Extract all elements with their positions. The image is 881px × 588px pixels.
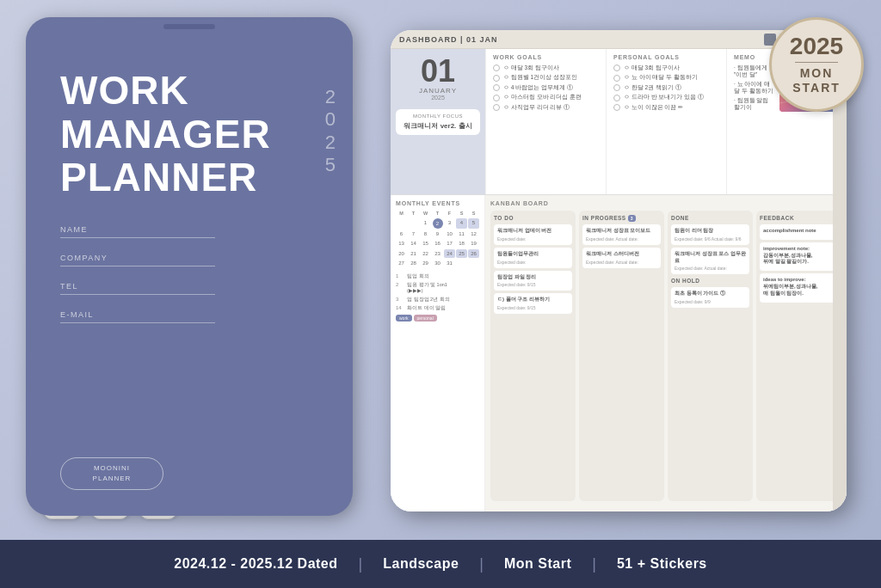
kanban-col-title-inprogress: IN PROGRESS3 xyxy=(582,215,661,221)
date-month: JANUARY xyxy=(419,87,457,95)
year-badge-divider xyxy=(795,62,838,63)
bottom-bar: 2024.12 - 2025.12 Dated | Landscape | Mo… xyxy=(0,540,881,588)
form-line xyxy=(60,237,215,238)
form-fields: NAME COMPANY TEL E-MAIL xyxy=(60,225,318,323)
goal-checkbox[interactable] xyxy=(613,75,620,82)
kanban-card: 워크매니저 성장표 모이보드 Expected date: Actual dat… xyxy=(582,224,661,245)
work-goals-title: WORK GOALS xyxy=(493,54,599,60)
goal-item: ㅇ 노이 이잖은 이끔 ✏ xyxy=(613,104,719,111)
event-row: 2 팀원 평가 및 1on1(▶▶▶) xyxy=(396,282,479,294)
kanban-col-title-feedback: FEEDBACK xyxy=(760,215,838,221)
kanban-card: accomplishment note xyxy=(760,224,838,240)
date-year: 2025 xyxy=(431,95,445,101)
monthly-events-title: MONTHLY EVENTS xyxy=(396,200,479,206)
event-rows: 1 팀업 회의 2 팀원 평가 및 1on1(▶▶▶) 3 업 팀장업 2년 회… xyxy=(396,273,479,312)
planner-title: WORK MANAGER PLANNER xyxy=(60,69,318,199)
date-panel: 01 JANUARY 2025 MONTHLY FOCUS 워크매니저 ver2… xyxy=(391,49,485,194)
kanban-col-title-done: DONE xyxy=(671,215,749,221)
calendar-section: MONTHLY EVENTS M T W T F S S 1 2 3 4 xyxy=(391,195,485,511)
field-name: NAME xyxy=(60,225,318,238)
event-row: 1 팀업 회의 xyxy=(396,273,479,279)
work-goals-panel: WORK GOALS ㅇ 매달 3회 팀구이사 ㅇ 팀원별 1건이상 성장포인 … xyxy=(485,49,606,194)
year-badge: 2025 MONSTART xyxy=(769,17,864,112)
event-row: 3 업 팀장업 2년 회의 xyxy=(396,297,479,303)
field-email: E-MAIL xyxy=(60,310,318,323)
goal-checkbox[interactable] xyxy=(493,104,500,111)
bottom-bar-landscape: Landscape xyxy=(383,556,459,572)
front-tablet: DASHBOARD | 01 JAN 01 JANUARY 2025 MONTH… xyxy=(391,30,847,511)
kanban-card: 워크매니저 성장표 포스 업무완료 Expected date: Actual … xyxy=(671,248,749,275)
goal-item: ㅇ 팀원별 1건이상 성장포인 xyxy=(493,74,599,81)
kanban-card: 팀원이 리더 팀장 Expected date: 9/6 Actual date… xyxy=(671,224,749,245)
goal-checkbox[interactable] xyxy=(613,95,620,101)
kanban-badge: 3 xyxy=(628,215,636,222)
kanban-col-done: DONE 팀원이 리더 팀장 Expected date: 9/6 Actual… xyxy=(668,211,753,501)
goal-item: ㅇ 한달 2권 책읽기 ① xyxy=(613,84,719,91)
kanban-col-title-onhold: ON HOLD xyxy=(671,278,749,284)
kanban-col-todo: TO DO 워크매니저 업데이 버전 Expected date: 팀원들이업무… xyxy=(490,211,576,501)
bottom-bar-dates: 2024.12 - 2025.12 Dated xyxy=(174,556,337,572)
goal-item: ㅇ 매달 3회 팀구이사 xyxy=(493,64,599,71)
kanban-section: KANBAN BOARD TO DO 워크매니저 업데이 버전 Expected… xyxy=(485,195,847,511)
goal-item: ㅇ 사직업무 리더 리뷰 ① xyxy=(493,104,599,111)
kanban-col-feedback: FEEDBACK accomplishment note improvement… xyxy=(756,211,841,501)
year-digit-2: 2 xyxy=(325,86,336,108)
goal-checkbox[interactable] xyxy=(613,104,620,111)
kanban-card-onhold: 최초 등록이 가이드 ① Expected date: 9/9 xyxy=(671,287,749,308)
kanban-card: 팀장업 파일 정리 Expected date: 9/15 xyxy=(494,271,572,291)
back-tablet: 2 0 2 5 WORK MANAGER PLANNER NAME COMPAN… xyxy=(26,17,353,516)
bottom-bar-mon-start: Mon Start xyxy=(504,556,571,572)
field-company: COMPANY xyxy=(60,254,318,266)
goal-checkbox[interactable] xyxy=(493,84,500,91)
cal-grid: 1 2 3 4 5 6 7 8 9 10 11 12 13 14 15 16 1 xyxy=(396,218,479,268)
planner-logo: MOONINIPLANNER xyxy=(60,457,163,490)
goal-item: ㅇ 4 바람없는 업무체계 ① xyxy=(493,84,599,91)
year-side: 2 0 2 5 xyxy=(325,86,336,177)
bottom-bar-stickers: 51 + Stickers xyxy=(617,556,707,572)
year-badge-year: 2025 xyxy=(790,34,843,58)
goal-checkbox[interactable] xyxy=(493,75,500,82)
kanban-card: 워크매니저 스터디버전 Expected date: Actual date: xyxy=(582,248,661,268)
kanban-card: 팀원들이업무관리 Expected date: xyxy=(494,248,572,268)
kanban-card: ideas to improve:뒤에팀이부분,성과나물,매 팀월이 팀장이. xyxy=(760,273,838,302)
kanban-card: 워크매니저 업데이 버전 Expected date: xyxy=(494,224,572,245)
field-tel: TEL xyxy=(60,282,318,295)
kanban-columns: TO DO 워크매니저 업데이 버전 Expected date: 팀원들이업무… xyxy=(490,211,841,501)
form-line xyxy=(60,266,215,266)
kanban-col-title-todo: TO DO xyxy=(494,215,572,221)
tag-personal: personal xyxy=(414,315,437,322)
year-digit-0: 0 xyxy=(325,108,336,131)
event-row: 14 화이트 데이 알림 xyxy=(396,305,479,311)
goal-checkbox[interactable] xyxy=(613,64,620,71)
kanban-card: ㄷ) 폴더 구조 리뷰하기 Expected date: 9/15 xyxy=(494,293,572,314)
cal-header: M T W T F S S xyxy=(396,211,479,216)
tablet-screen: DASHBOARD | 01 JAN 01 JANUARY 2025 MONTH… xyxy=(391,30,847,511)
year-digit-5: 5 xyxy=(325,154,336,176)
year-badge-label: MONSTART xyxy=(792,66,841,95)
form-line xyxy=(60,294,215,295)
personal-goals-panel: PERSONAL GOALS ㅇ 매달 3회 팀구이사 ㅇ 뇨 아이 매달 두 … xyxy=(606,49,726,194)
goal-checkbox[interactable] xyxy=(493,64,500,71)
goal-item: ㅇ 드라마 반 보내기가 있음 ① xyxy=(613,94,719,101)
goal-item: ㅇ 마스터링 모바 리더십 훈련 xyxy=(493,94,599,101)
event-tags: work personal xyxy=(396,315,479,322)
kanban-col-inprogress: IN PROGRESS3 워크매니저 성장표 모이보드 Expected dat… xyxy=(579,211,664,501)
kanban-header: KANBAN BOARD xyxy=(490,200,841,206)
year-digit-2b: 2 xyxy=(325,132,336,154)
kanban-card: improvement note:감동이부분,성과나물,뒤에 맡길 팔길이가. xyxy=(760,242,838,271)
form-line xyxy=(60,322,215,323)
goal-item: ㅇ 매달 3회 팀구이사 xyxy=(613,64,719,71)
goal-checkbox[interactable] xyxy=(493,95,500,101)
tag-work: work xyxy=(396,315,412,322)
monthly-focus-value: 워크매니저 ver2. 출시 xyxy=(400,121,476,131)
dashboard-title: DASHBOARD | 01 JAN xyxy=(399,35,498,44)
date-day: 01 xyxy=(421,56,455,87)
monthly-focus: MONTHLY FOCUS 워크매니저 ver2. 출시 xyxy=(396,109,480,135)
goal-checkbox[interactable] xyxy=(613,84,620,91)
monthly-focus-label: MONTHLY FOCUS xyxy=(400,113,476,119)
personal-goals-title: PERSONAL GOALS xyxy=(613,54,719,60)
goal-item: ㅇ 뇨 아이 매달 두 활동하기 xyxy=(613,74,719,81)
